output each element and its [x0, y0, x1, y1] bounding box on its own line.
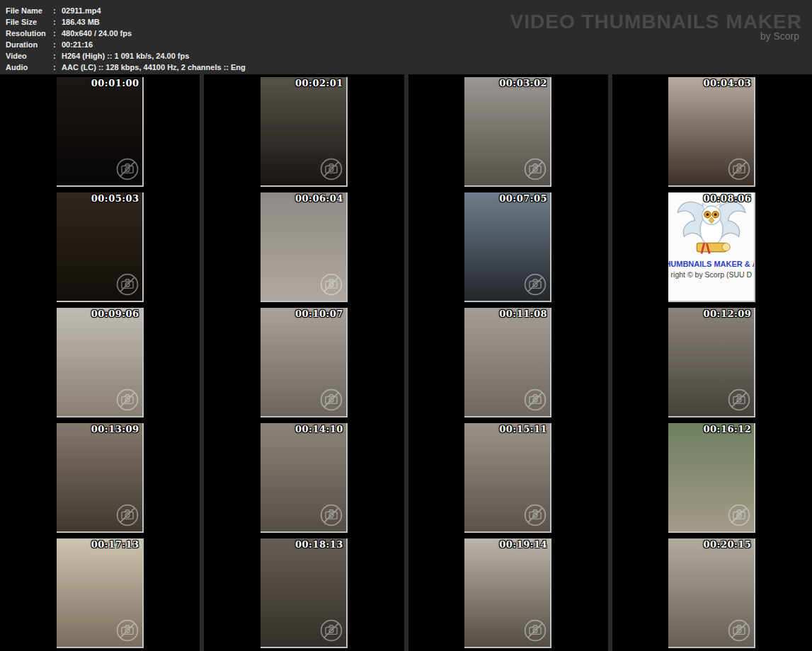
- timestamp-label: 00:13:09: [91, 424, 139, 434]
- meta-value: H264 (High) :: 1 091 kb/s, 24.00 fps: [62, 50, 189, 62]
- brand-title: VIDEO THUMBNAILS MAKER: [510, 11, 802, 33]
- meta-row-audio: Audio : AAC (LC) :: 128 kbps, 44100 Hz, …: [6, 62, 246, 73]
- no-camera-watermark-icon: [115, 156, 140, 182]
- thumbnail-image-placeholder: 00:13:09: [57, 423, 144, 533]
- thumbnail-image-placeholder: 00:03:02: [464, 77, 551, 187]
- thumbnail-image-placeholder: 00:17:13: [57, 538, 144, 648]
- timestamp-label: 00:16:12: [704, 424, 752, 434]
- thumbnail-image-placeholder: 00:05:03: [57, 192, 144, 302]
- thumbnail-cell: 00:14:10: [204, 420, 404, 536]
- logo-thumbnail: HUMBNAILS MAKER & A right © by Scorp (SU…: [668, 192, 754, 301]
- thumbnail-cell: 00:11:08: [408, 305, 608, 420]
- timestamp-label: 00:18:13: [295, 539, 343, 550]
- thumbnail-cell: 00:04:03: [612, 74, 812, 190]
- no-camera-watermark-icon: [319, 156, 344, 182]
- timestamp-label: 00:10:07: [295, 309, 343, 319]
- meta-value: 00:21:16: [62, 39, 93, 50]
- no-camera-watermark-icon: [726, 502, 752, 528]
- meta-row-file-name: File Name : 02911.mp4: [6, 5, 246, 16]
- timestamp-label: 00:03:02: [499, 78, 547, 88]
- thumbnail-image-placeholder: 00:06:04: [261, 192, 348, 302]
- thumbnail-image-placeholder: 00:19:14: [464, 538, 551, 648]
- file-metadata: File Name : 02911.mp4 File Size : 186.43…: [6, 5, 246, 73]
- thumbnail-cell: 00:18:13: [204, 536, 404, 651]
- timestamp-label: 00:20:15: [704, 539, 752, 550]
- timestamp-label: 00:17:13: [91, 539, 139, 550]
- timestamp-label: 00:09:06: [91, 309, 139, 319]
- timestamp-label: 00:07:05: [499, 193, 547, 204]
- thumbnail-cell: 00:15:11: [408, 420, 608, 536]
- meta-colon: :: [53, 5, 62, 16]
- thumbnail-image-placeholder: 00:01:00: [57, 77, 144, 187]
- brand: VIDEO THUMBNAILS MAKER by Scorp: [510, 11, 802, 42]
- meta-row-video: Video : H264 (High) :: 1 091 kb/s, 24.00…: [6, 50, 246, 62]
- meta-label: Duration: [6, 39, 53, 50]
- timestamp-label: 00:04:03: [704, 78, 752, 88]
- meta-label: Audio: [6, 62, 53, 73]
- thumbnail-cell: HUMBNAILS MAKER & A right © by Scorp (SU…: [612, 190, 812, 305]
- no-camera-watermark-icon: [522, 502, 548, 528]
- thumbnail-cell: 00:17:13: [0, 536, 200, 651]
- no-camera-watermark-icon: [522, 156, 548, 182]
- logo-title-line: HUMBNAILS MAKER & A: [668, 260, 754, 268]
- thumbnail-cell: 00:01:00: [0, 74, 200, 190]
- meta-value: 186.43 MB: [62, 16, 100, 28]
- timestamp-label: 00:06:04: [295, 193, 343, 204]
- owl-logo-icon: [674, 195, 749, 259]
- thumbnail-grid: 00:01:00: [0, 74, 812, 651]
- thumbnail-image-placeholder: 00:04:03: [668, 77, 755, 187]
- no-camera-watermark-icon: [319, 502, 344, 528]
- no-camera-watermark-icon: [115, 387, 140, 413]
- no-camera-watermark-icon: [726, 618, 752, 643]
- thumbnail-cell: 00:16:12: [612, 420, 812, 536]
- no-camera-watermark-icon: [726, 156, 752, 182]
- meta-colon: :: [53, 62, 62, 73]
- meta-label: File Size: [6, 16, 53, 28]
- meta-label: Resolution: [6, 28, 53, 39]
- header: File Name : 02911.mp4 File Size : 186.43…: [0, 0, 812, 74]
- timestamp-label: 00:19:14: [499, 539, 547, 550]
- timestamp-label: 00:02:01: [295, 78, 343, 88]
- thumbnail-image-placeholder: 00:16:12: [668, 423, 755, 533]
- meta-colon: :: [53, 39, 62, 50]
- no-camera-watermark-icon: [726, 387, 752, 413]
- timestamp-label: 00:01:00: [91, 78, 139, 88]
- thumbnail-image-placeholder: 00:20:15: [668, 538, 755, 648]
- meta-label: File Name: [6, 5, 53, 16]
- timestamp-label: 00:08:06: [704, 193, 752, 204]
- thumbnail-cell: 00:03:02: [408, 74, 608, 190]
- no-camera-watermark-icon: [115, 502, 140, 528]
- meta-row-resolution: Resolution : 480x640 / 24.00 fps: [6, 28, 246, 39]
- thumbnail-image-placeholder: 00:02:01: [261, 77, 348, 187]
- thumbnail-cell: 00:20:15: [612, 536, 812, 651]
- no-camera-watermark-icon: [115, 618, 140, 643]
- meta-value: 02911.mp4: [62, 5, 101, 16]
- thumbnail-image-placeholder: 00:10:07: [261, 308, 348, 417]
- no-camera-watermark-icon: [319, 387, 344, 413]
- thumbnail-image-placeholder: 00:12:09: [668, 308, 755, 417]
- thumbnail-cell: 00:10:07: [204, 305, 404, 420]
- thumbnail-cell: 00:09:06: [0, 305, 200, 420]
- thumbnail-cell: 00:02:01: [204, 74, 404, 190]
- meta-value: 480x640 / 24.00 fps: [62, 28, 132, 39]
- thumbnail-cell: 00:05:03: [0, 190, 200, 305]
- meta-colon: :: [53, 28, 62, 39]
- logo-copyright: right © by Scorp (SUU D: [671, 270, 753, 279]
- meta-colon: :: [53, 50, 62, 62]
- no-camera-watermark-icon: [522, 387, 548, 413]
- no-camera-watermark-icon: [319, 272, 344, 297]
- thumbnail-cell: 00:13:09: [0, 420, 200, 536]
- logo-title: HUMBNAILS MAKER &: [668, 260, 750, 268]
- meta-label: Video: [6, 50, 53, 62]
- thumbnail-image-placeholder: 00:18:13: [261, 538, 348, 648]
- no-camera-watermark-icon: [115, 272, 140, 297]
- timestamp-label: 00:12:09: [704, 309, 752, 319]
- thumbnail-cell: 00:07:05: [408, 190, 608, 305]
- thumbnail-image-placeholder: 00:15:11: [464, 423, 551, 533]
- no-camera-watermark-icon: [319, 618, 344, 643]
- meta-colon: :: [53, 16, 62, 28]
- thumbnail-image-placeholder: 00:09:06: [57, 308, 144, 417]
- timestamp-label: 00:11:08: [499, 309, 547, 319]
- meta-row-duration: Duration : 00:21:16: [6, 39, 246, 50]
- no-camera-watermark-icon: [522, 618, 548, 643]
